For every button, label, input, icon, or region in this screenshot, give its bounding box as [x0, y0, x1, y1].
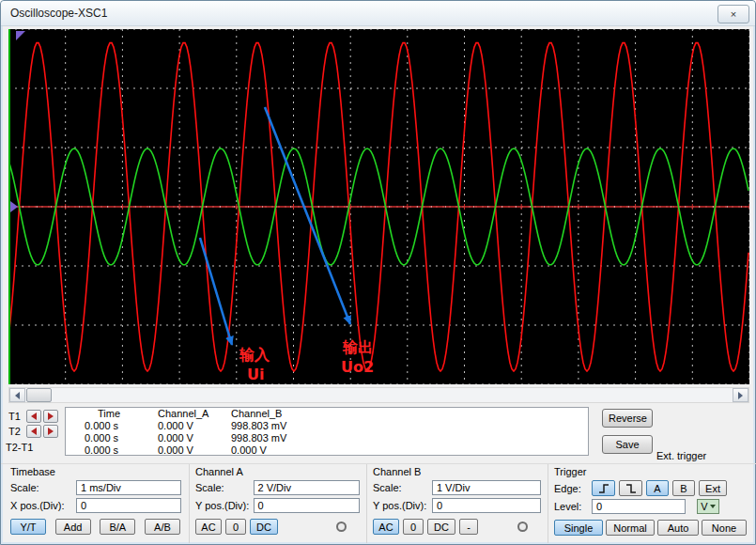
trigger-auto-button[interactable]: Auto	[657, 520, 699, 536]
channel-a-group: Channel A Scale: 2 V/Div Y pos.(Div): 0 …	[189, 464, 363, 543]
channel-a-indicator-icon	[336, 522, 347, 532]
timebase-xpos-label: X pos.(Div):	[10, 500, 72, 511]
oscilloscope-screen: 输入Ui输出Uo2	[8, 29, 749, 384]
table-row: 0.000 s 0.000 V 998.803 mV	[66, 420, 588, 432]
channel-a-zero-button[interactable]: 0	[225, 519, 246, 535]
close-button[interactable]: ×	[717, 5, 749, 23]
oscilloscope-window: Oscilloscope-XSC1 × 输入Ui输出Uo2 T1 T2 T2-T…	[0, 0, 756, 545]
trigger-source-a-button[interactable]: A	[646, 480, 669, 496]
yt-mode-button[interactable]: Y/T	[10, 519, 46, 535]
waveform-display: 输入Ui输出Uo2	[8, 29, 749, 384]
trigger-single-button[interactable]: Single	[554, 520, 603, 536]
trigger-title: Trigger	[554, 466, 754, 477]
ab-mode-button[interactable]: A/B	[145, 519, 180, 535]
t1-right-button[interactable]	[43, 410, 58, 423]
t2t1-row: T2-T1	[6, 442, 33, 453]
falling-edge-button[interactable]	[619, 480, 642, 496]
scroll-left-button[interactable]	[9, 388, 25, 402]
trigger-source-b-button[interactable]: B	[672, 480, 695, 496]
channel-a-ac-button[interactable]: AC	[195, 519, 222, 535]
t2-label: T2	[8, 426, 24, 437]
t2-left-button[interactable]	[26, 425, 41, 438]
t1-cursor-row: T1	[8, 410, 58, 423]
t1-label: T1	[8, 411, 24, 422]
t2t1-channel-a: 0.000 V	[158, 444, 231, 456]
add-mode-button[interactable]: Add	[55, 519, 91, 535]
right-arrow-icon	[48, 413, 54, 420]
timebase-group: Timebase Scale: 1 ms/Div X pos.(Div): 0 …	[5, 464, 186, 543]
t1-channel-b: 998.803 mV	[231, 420, 363, 432]
channel-b-scale-field[interactable]: 1 V/Div	[432, 480, 541, 495]
trigger-level-unit: V	[701, 501, 707, 512]
t2-time: 0.000 s	[85, 432, 158, 444]
t2t1-channel-b: 0.000 V	[231, 444, 363, 456]
channel-b-scale-label: Scale:	[373, 482, 428, 493]
ext-trigger-label: Ext. trigger	[656, 450, 706, 461]
svg-text:输出: 输出	[342, 338, 373, 356]
table-header: Time Channel_A Channel_B	[66, 408, 588, 420]
t2-channel-a: 0.000 V	[158, 432, 231, 444]
channel-a-ypos-label: Y pos.(Div):	[195, 500, 250, 511]
t1-channel-a: 0.000 V	[158, 420, 231, 432]
left-arrow-icon	[31, 413, 37, 420]
channel-a-scale-label: Scale:	[195, 482, 250, 493]
left-arrow-icon	[31, 428, 37, 435]
channel-a-dc-button[interactable]: DC	[250, 519, 278, 535]
svg-text:Uo2: Uo2	[341, 358, 374, 376]
close-icon: ×	[731, 8, 736, 20]
reverse-button[interactable]: Reverse	[602, 409, 653, 428]
trigger-level-field[interactable]: 0	[592, 499, 686, 514]
col-time: Time	[85, 408, 158, 420]
channel-a-title: Channel A	[195, 466, 363, 477]
timebase-title: Timebase	[10, 466, 186, 477]
table-row: 0.000 s 0.000 V 0.000 V	[66, 444, 588, 456]
trigger-none-button[interactable]: None	[702, 520, 747, 536]
channel-b-zero-button[interactable]: 0	[403, 519, 424, 535]
t1-time: 0.000 s	[85, 420, 158, 432]
titlebar[interactable]: Oscilloscope-XSC1 ×	[1, 1, 755, 26]
channel-a-ypos-field[interactable]: 0	[254, 498, 361, 513]
controls-panel: Timebase Scale: 1 ms/Div X pos.(Div): 0 …	[1, 463, 756, 545]
trigger-source-ext-button[interactable]: Ext	[699, 480, 727, 496]
channel-b-group: Channel B Scale: 1 V/Div Y pos.(Div): 0 …	[366, 464, 545, 543]
svg-text:输入: 输入	[239, 346, 270, 364]
channel-b-invert-button[interactable]: -	[459, 519, 478, 535]
chevron-down-icon	[710, 505, 716, 508]
scroll-right-button[interactable]	[733, 388, 748, 402]
measurement-table: Time Channel_A Channel_B 0.000 s 0.000 V…	[65, 407, 589, 456]
channel-b-title: Channel B	[373, 466, 545, 477]
channel-b-ypos-label: Y pos.(Div):	[373, 500, 428, 511]
scroll-left-icon	[15, 392, 20, 399]
channel-b-dc-button[interactable]: DC	[427, 519, 455, 535]
save-button[interactable]: Save	[602, 435, 653, 454]
t2t1-label: T2-T1	[6, 442, 33, 453]
table-row: 0.000 s 0.000 V 998.803 mV	[66, 432, 588, 444]
channel-a-scale-field[interactable]: 2 V/Div	[254, 480, 361, 495]
trigger-level-label: Level:	[554, 501, 588, 512]
trigger-level-unit-dropdown[interactable]: V	[697, 499, 719, 514]
t1-left-button[interactable]	[26, 410, 41, 423]
t2-cursor-row: T2	[8, 425, 58, 438]
col-channel-a: Channel_A	[158, 408, 231, 420]
t2-right-button[interactable]	[43, 425, 58, 438]
col-channel-b: Channel_B	[231, 408, 363, 420]
window-title: Oscilloscope-XSC1	[10, 7, 107, 20]
timebase-xpos-field[interactable]: 0	[76, 498, 181, 513]
scroll-thumb[interactable]	[26, 388, 52, 402]
timebase-scale-label: Scale:	[10, 482, 72, 493]
scroll-right-icon	[738, 392, 743, 399]
channel-b-indicator-icon	[517, 522, 528, 532]
right-arrow-icon	[48, 428, 54, 435]
trigger-normal-button[interactable]: Normal	[606, 520, 655, 536]
t2t1-time: 0.000 s	[85, 444, 158, 456]
horizontal-scrollbar[interactable]	[8, 387, 749, 403]
t2-channel-b: 998.803 mV	[231, 432, 363, 444]
channel-b-ac-button[interactable]: AC	[373, 519, 399, 535]
measurement-panel: T1 T2 T2-T1 Time Channel_A Channel_B 0.0…	[1, 404, 756, 463]
ba-mode-button[interactable]: B/A	[100, 519, 135, 535]
timebase-scale-field[interactable]: 1 ms/Div	[76, 480, 181, 495]
rising-edge-icon	[597, 483, 610, 494]
rising-edge-button[interactable]	[592, 480, 615, 496]
channel-b-ypos-field[interactable]: 0	[432, 498, 541, 513]
trigger-group: Trigger Edge: A B Ext Level: 0 V	[548, 464, 754, 543]
